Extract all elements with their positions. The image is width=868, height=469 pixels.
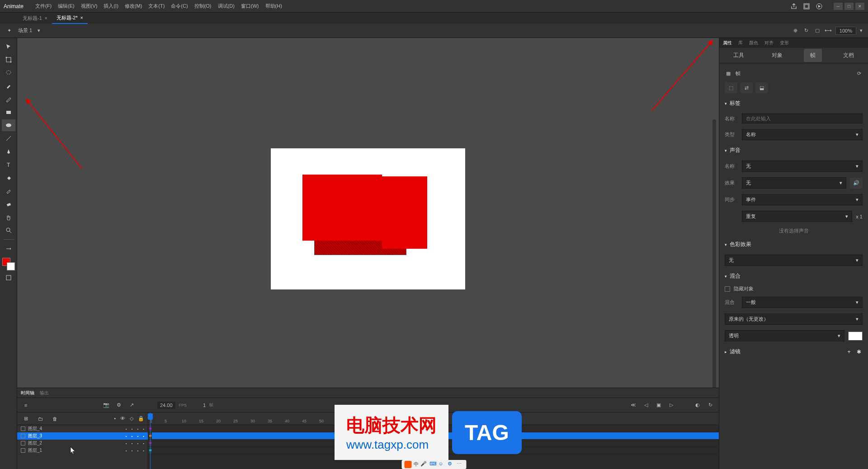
scene-icon[interactable]: ✦ xyxy=(5,27,13,34)
rotate-icon[interactable]: ↻ xyxy=(803,27,810,34)
share-icon[interactable] xyxy=(790,3,797,10)
ime-settings-icon[interactable]: ⚙ xyxy=(448,461,455,468)
chevron-down-icon[interactable]: ▾ xyxy=(860,28,863,33)
menu-window[interactable]: 窗口(W) xyxy=(238,1,262,11)
menu-commands[interactable]: 命令(C) xyxy=(168,1,190,11)
ime-mic-icon[interactable]: 🎤 xyxy=(420,461,428,468)
sound-sync-select[interactable]: 事件▾ xyxy=(742,194,863,205)
menu-debug[interactable]: 调试(D) xyxy=(215,1,237,11)
close-icon[interactable]: × xyxy=(80,15,83,20)
maximize-button[interactable]: □ xyxy=(844,3,854,10)
parent-icon[interactable]: ⚙ xyxy=(114,401,124,410)
lasso-tool[interactable] xyxy=(2,67,15,79)
layer-row-1[interactable]: 图层_1 •••• xyxy=(17,447,148,454)
menu-file[interactable]: 文件(F) xyxy=(33,1,54,11)
workspace-icon[interactable] xyxy=(803,3,810,10)
ime-icon[interactable] xyxy=(405,461,412,468)
transparent-select[interactable]: 透明▾ xyxy=(725,330,844,341)
layers-icon[interactable]: ≡ xyxy=(21,401,31,410)
scene-label[interactable]: 场景 1 xyxy=(18,27,32,34)
subtab-frame[interactable]: 帧 xyxy=(804,49,822,62)
line-tool[interactable] xyxy=(2,133,15,144)
eyedropper-tool[interactable] xyxy=(2,185,15,197)
render-select[interactable]: 原来的（无更改）▾ xyxy=(725,313,863,325)
panel-tab-color[interactable]: 颜色 xyxy=(749,40,758,46)
new-layer-icon[interactable]: ⊞ xyxy=(21,414,31,423)
stage[interactable] xyxy=(271,148,465,289)
menu-help[interactable]: 帮助(H) xyxy=(263,1,285,11)
ime-more-icon[interactable]: ⋯ xyxy=(457,461,464,468)
free-transform-tool[interactable] xyxy=(2,54,15,66)
sound-edit-button[interactable]: 🔊 xyxy=(850,178,863,189)
center-stage-icon[interactable]: ⊕ xyxy=(792,27,799,34)
playhead-handle[interactable] xyxy=(148,413,153,420)
oval-tool[interactable] xyxy=(2,119,15,131)
tween-btn-1[interactable]: ⬚ xyxy=(725,82,737,93)
ime-keyboard-icon[interactable]: ⌨ xyxy=(429,461,437,468)
timeline-tab[interactable]: 时间轴 xyxy=(21,390,34,396)
panel-tab-properties[interactable]: 属性 xyxy=(723,40,732,46)
onion-skin-icon[interactable]: ◐ xyxy=(693,401,703,410)
insert-frame-icon[interactable]: ▣ xyxy=(654,401,664,410)
layer-row-2[interactable]: 图层_2 •••• xyxy=(17,440,148,447)
sound-name-select[interactable]: 无▾ xyxy=(742,161,863,172)
frame-number[interactable]: 1 xyxy=(203,403,206,408)
sound-repeat-select[interactable]: 重复▾ xyxy=(742,211,852,222)
layer-row-4[interactable]: 图层_4 •••• xyxy=(17,425,148,432)
selection-tool[interactable] xyxy=(2,41,15,52)
shape-rect-1[interactable] xyxy=(302,175,382,241)
pen-tool[interactable] xyxy=(2,146,15,157)
layer-row-3[interactable]: 图层_3 •••• xyxy=(17,432,148,440)
playhead[interactable] xyxy=(150,412,151,469)
menu-text[interactable]: 文本(T) xyxy=(146,1,167,11)
options-icon[interactable] xyxy=(2,272,15,284)
paint-bucket-tool[interactable] xyxy=(2,172,15,184)
fit-icon[interactable]: ⟷ xyxy=(825,27,832,34)
play-icon[interactable] xyxy=(816,3,823,10)
delete-layer-icon[interactable]: 🗑 xyxy=(50,414,60,423)
menu-view[interactable]: 视图(V) xyxy=(78,1,100,11)
outline-icon[interactable]: ◇ xyxy=(130,416,133,422)
blend-mode-select[interactable]: 一般▾ xyxy=(742,297,863,308)
menu-edit[interactable]: 编辑(E) xyxy=(55,1,77,11)
subtab-object[interactable]: 对象 xyxy=(765,49,789,62)
hand-tool[interactable] xyxy=(2,211,15,223)
panel-tab-transform[interactable]: 变形 xyxy=(780,40,789,46)
swap-colors-icon[interactable] xyxy=(2,243,15,255)
subtab-tool[interactable]: 工具 xyxy=(727,49,750,62)
ime-emoji-icon[interactable]: ☺ xyxy=(439,461,446,468)
close-icon[interactable]: × xyxy=(45,16,47,21)
clip-icon[interactable]: ▢ xyxy=(814,27,821,34)
pencil-tool[interactable] xyxy=(2,93,15,105)
step-forward-icon[interactable]: ▷ xyxy=(666,401,676,410)
filter-section-header[interactable]: ▸ 滤镜 + ✱ xyxy=(725,344,863,359)
zoom-input[interactable]: 100% xyxy=(835,27,856,35)
label-section-header[interactable]: ▾ 标签 xyxy=(725,96,863,111)
color-chips[interactable] xyxy=(2,258,15,270)
menu-insert[interactable]: 插入(I) xyxy=(101,1,121,11)
new-folder-icon[interactable]: 🗀 xyxy=(35,414,45,423)
sound-effect-select[interactable]: 无▾ xyxy=(742,177,846,189)
rectangle-tool[interactable] xyxy=(2,106,15,118)
fps-value[interactable]: 24.00 xyxy=(157,402,175,409)
tween-btn-2[interactable]: ⇄ xyxy=(740,82,753,93)
text-tool[interactable]: T xyxy=(2,159,15,171)
color-swatch[interactable] xyxy=(848,332,863,341)
label-type-select[interactable]: 名称▾ xyxy=(742,129,863,140)
loop-icon[interactable]: ↻ xyxy=(705,401,715,410)
shape-rect-3[interactable] xyxy=(382,176,427,249)
hide-object-checkbox[interactable] xyxy=(725,286,730,292)
zoom-tool[interactable] xyxy=(2,224,15,236)
tween-btn-3[interactable]: ⬓ xyxy=(755,82,768,93)
gear-icon[interactable]: ✱ xyxy=(855,348,863,355)
visibility-icon[interactable]: 👁 xyxy=(120,416,125,422)
sound-section-header[interactable]: ▾ 声音 xyxy=(725,143,863,158)
brush-tool[interactable] xyxy=(2,80,15,92)
color-section-header[interactable]: ▾ 色彩效果 xyxy=(725,237,863,252)
fill-color-chip[interactable] xyxy=(7,262,15,270)
loop-icon[interactable]: ⟳ xyxy=(855,70,863,77)
minimize-button[interactable]: ─ xyxy=(834,3,843,10)
blend-section-header[interactable]: ▾ 混合 xyxy=(725,269,863,284)
step-back-icon[interactable]: ◁ xyxy=(641,401,651,410)
ime-toolbar[interactable]: 中 🎤 ⌨ ☺ ⚙ ⋯ xyxy=(402,460,467,469)
